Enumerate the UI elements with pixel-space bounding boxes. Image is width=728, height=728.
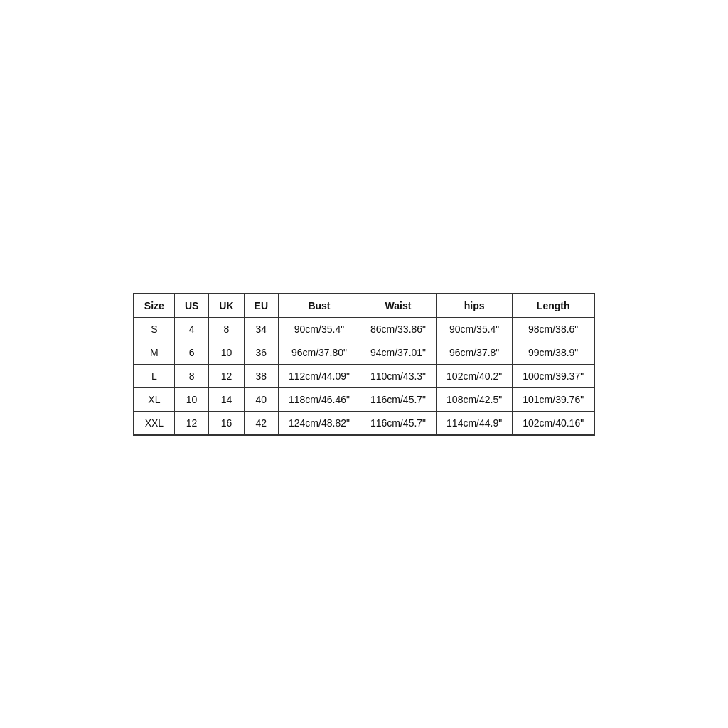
- table-row: S483490cm/35.4"86cm/33.86"90cm/35.4"98cm…: [134, 317, 594, 341]
- table-cell-r1-c7: 99cm/38.9": [513, 341, 594, 364]
- table-cell-r4-c6: 114cm/44.9": [437, 411, 513, 435]
- table-cell-r1-c4: 96cm/37.80": [279, 341, 360, 364]
- column-header-bust: Bust: [279, 294, 360, 318]
- table-cell-r2-c1: 8: [174, 364, 208, 387]
- table-cell-r3-c2: 14: [209, 387, 244, 411]
- table-cell-r2-c3: 38: [244, 364, 278, 387]
- table-cell-r0-c7: 98cm/38.6": [513, 317, 594, 341]
- table-cell-r2-c4: 112cm/44.09": [279, 364, 360, 387]
- table-cell-r0-c2: 8: [209, 317, 244, 341]
- size-chart-table: SizeUSUKEUBustWaisthipsLength S483490cm/…: [133, 293, 595, 436]
- table-cell-r3-c0: XL: [134, 387, 175, 411]
- table-cell-r1-c1: 6: [174, 341, 208, 364]
- table-cell-r1-c0: M: [134, 341, 175, 364]
- column-header-eu: EU: [244, 294, 278, 318]
- table-row: M6103696cm/37.80"94cm/37.01"96cm/37.8"99…: [134, 341, 594, 364]
- table-cell-r0-c3: 34: [244, 317, 278, 341]
- column-header-hips: hips: [437, 294, 513, 318]
- table-cell-r2-c2: 12: [209, 364, 244, 387]
- table-cell-r1-c2: 10: [209, 341, 244, 364]
- column-header-length: Length: [513, 294, 594, 318]
- table-cell-r4-c3: 42: [244, 411, 278, 435]
- table-cell-r2-c5: 110cm/43.3": [360, 364, 436, 387]
- column-header-waist: Waist: [360, 294, 436, 318]
- table-cell-r3-c7: 101cm/39.76": [513, 387, 594, 411]
- table-cell-r4-c4: 124cm/48.82": [279, 411, 360, 435]
- table-cell-r3-c6: 108cm/42.5": [437, 387, 513, 411]
- table-cell-r1-c5: 94cm/37.01": [360, 341, 436, 364]
- table-cell-r0-c6: 90cm/35.4": [437, 317, 513, 341]
- table-cell-r3-c4: 118cm/46.46": [279, 387, 360, 411]
- table-cell-r2-c0: L: [134, 364, 175, 387]
- table-cell-r3-c3: 40: [244, 387, 278, 411]
- table-cell-r0-c1: 4: [174, 317, 208, 341]
- table-header-row: SizeUSUKEUBustWaisthipsLength: [134, 294, 594, 318]
- table-cell-r4-c7: 102cm/40.16": [513, 411, 594, 435]
- table-cell-r4-c0: XXL: [134, 411, 175, 435]
- column-header-uk: UK: [209, 294, 244, 318]
- table-cell-r0-c5: 86cm/33.86": [360, 317, 436, 341]
- table-cell-r4-c2: 16: [209, 411, 244, 435]
- table-row: XXL121642124cm/48.82"116cm/45.7"114cm/44…: [134, 411, 594, 435]
- table-row: XL101440118cm/46.46"116cm/45.7"108cm/42.…: [134, 387, 594, 411]
- table-cell-r3-c1: 10: [174, 387, 208, 411]
- table-cell-r4-c1: 12: [174, 411, 208, 435]
- table-cell-r1-c6: 96cm/37.8": [437, 341, 513, 364]
- column-header-size: Size: [134, 294, 175, 318]
- table-cell-r2-c6: 102cm/40.2": [437, 364, 513, 387]
- size-chart-container: SizeUSUKEUBustWaisthipsLength S483490cm/…: [133, 293, 595, 436]
- table-cell-r1-c3: 36: [244, 341, 278, 364]
- table-cell-r0-c4: 90cm/35.4": [279, 317, 360, 341]
- table-cell-r4-c5: 116cm/45.7": [360, 411, 436, 435]
- column-header-us: US: [174, 294, 208, 318]
- table-cell-r2-c7: 100cm/39.37": [513, 364, 594, 387]
- table-cell-r0-c0: S: [134, 317, 175, 341]
- table-cell-r3-c5: 116cm/45.7": [360, 387, 436, 411]
- table-row: L81238112cm/44.09"110cm/43.3"102cm/40.2"…: [134, 364, 594, 387]
